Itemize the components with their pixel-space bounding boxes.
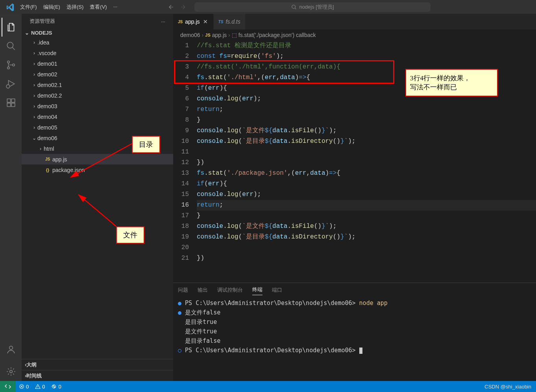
terminal-line: 是目录true <box>178 317 531 327</box>
svg-point-6 <box>9 346 13 349</box>
tree-file[interactable]: JSapp.js <box>22 154 173 165</box>
status-warnings[interactable]: 0 <box>32 384 48 390</box>
chevron-right-icon: › <box>228 32 230 38</box>
sidebar-title: 资源管理器 <box>30 18 55 25</box>
svg-point-10 <box>54 386 55 387</box>
terminal-line: ● PS C:\Users\Administrator\Desktop\node… <box>178 298 531 308</box>
status-errors[interactable]: 0 <box>16 384 32 390</box>
panel-tab-problems[interactable]: 问题 <box>178 285 188 295</box>
activity-settings-icon[interactable] <box>2 362 20 381</box>
panel-tab-terminal[interactable]: 终端 <box>252 285 262 295</box>
editor-tabs: JS app.js ✕ TS fs.d.ts <box>173 14 536 30</box>
panel-tab-ports[interactable]: 端口 <box>272 285 282 295</box>
tree-folder[interactable]: ›demo02.2 <box>22 90 173 101</box>
activity-debug-icon[interactable] <box>2 74 20 93</box>
annotation-comment: 3行4行一样的效果， 写法不一样而已 <box>405 69 498 96</box>
tree-item-label: demo02 <box>37 71 57 78</box>
sidebar: 资源管理器 ··· ⌄ NODEJS ›.idea›.vscode›demo01… <box>22 14 173 381</box>
terminal-line: 是目录false <box>178 336 531 346</box>
sidebar-outline[interactable]: › 大纲 <box>22 359 173 370</box>
tree-folder[interactable]: ›demo01 <box>22 58 173 69</box>
nav-back-icon[interactable] <box>168 4 174 10</box>
tree-folder[interactable]: ›.idea <box>22 37 173 48</box>
tab-fs-d-ts[interactable]: TS fs.d.ts <box>214 14 246 30</box>
tree-item-label: package.json <box>52 167 85 173</box>
chevron-right-icon: › <box>31 82 37 88</box>
tree-folder[interactable]: ›demo03 <box>22 101 173 111</box>
chevron-right-icon: › <box>31 125 37 130</box>
vscode-logo-icon <box>3 3 17 11</box>
activity-search-icon[interactable] <box>2 37 20 55</box>
tree-item-label: app.js <box>52 156 67 163</box>
tree-item-label: .vscode <box>37 50 56 56</box>
tree-item-label: demo06 <box>37 135 57 141</box>
tab-app-js[interactable]: JS app.js ✕ <box>173 14 214 30</box>
chevron-right-icon: › <box>31 50 37 56</box>
tree-folder[interactable]: ›demo02.1 <box>22 80 173 90</box>
bottom-panel: 问题 输出 调试控制台 终端 端口 ● PS C:\Users\Administ… <box>173 283 536 381</box>
svg-point-0 <box>292 5 296 8</box>
js-icon: JS <box>178 20 183 24</box>
svg-point-3 <box>7 67 9 69</box>
tree-item-label: demo02.1 <box>37 82 62 88</box>
js-icon: JS <box>44 157 52 161</box>
menu-select[interactable]: 选择(S) <box>63 1 87 13</box>
breadcrumb[interactable]: demo06 › JS app.js › ⬚ fs.stat('./packag… <box>173 30 536 41</box>
nav-forward-icon[interactable] <box>180 4 187 10</box>
watermark: CSDN @shi_xiaobin <box>484 384 536 390</box>
command-center[interactable]: nodejs [管理员] <box>194 2 431 12</box>
menu-more[interactable]: ··· <box>110 1 121 13</box>
tree-folder[interactable]: ›demo05 <box>22 122 173 133</box>
chevron-down-icon: ⌄ <box>31 135 37 141</box>
svg-point-5 <box>6 85 10 88</box>
menu-edit[interactable]: 编辑(E) <box>40 1 63 13</box>
ts-icon: TS <box>218 20 224 24</box>
panel-tab-output[interactable]: 输出 <box>198 285 208 295</box>
tree-item-label: demo02.2 <box>37 92 62 99</box>
panel-tabs: 问题 输出 调试控制台 终端 端口 <box>173 283 536 297</box>
chevron-right-icon: › <box>31 114 37 120</box>
panel-tab-debug[interactable]: 调试控制台 <box>217 285 243 295</box>
menu-file[interactable]: 文件(F) <box>17 1 40 13</box>
svg-point-1 <box>7 42 13 48</box>
file-tree: ›.idea›.vscode›demo01›demo02›demo02.1›de… <box>22 37 173 359</box>
tab-label: fs.d.ts <box>225 18 240 25</box>
tree-item-label: demo05 <box>37 124 57 131</box>
terminal-line: ○ PS C:\Users\Administrator\Desktop\node… <box>178 346 531 355</box>
chevron-right-icon: › <box>31 40 37 45</box>
activity-explorer-icon[interactable] <box>2 18 20 37</box>
sidebar-project-header[interactable]: ⌄ NODEJS <box>22 29 173 37</box>
chevron-right-icon: › <box>31 93 37 98</box>
svg-point-2 <box>7 61 9 63</box>
terminal-line: ● 是文件false <box>178 308 531 317</box>
close-icon[interactable]: ✕ <box>202 18 209 26</box>
sidebar-more-icon[interactable]: ··· <box>161 18 165 24</box>
method-icon: ⬚ <box>232 32 237 38</box>
titlebar: 文件(F) 编辑(E) 选择(S) 查看(V) ··· nodejs [管理员] <box>0 0 536 14</box>
activity-bar <box>0 14 22 381</box>
chevron-right-icon: › <box>202 32 204 38</box>
tree-item-label: html <box>44 146 54 152</box>
tab-label: app.js <box>185 18 200 25</box>
tree-folder[interactable]: ›demo04 <box>22 111 173 122</box>
remote-button[interactable] <box>0 381 16 392</box>
terminal-content[interactable]: ● PS C:\Users\Administrator\Desktop\node… <box>173 297 536 381</box>
chevron-right-icon: › <box>37 146 44 152</box>
terminal-line: 是文件true <box>178 327 531 336</box>
sidebar-timeline[interactable]: › 时间线 <box>22 370 173 381</box>
tree-item-label: .idea <box>37 39 49 46</box>
json-icon: {} <box>44 168 52 172</box>
tree-folder[interactable]: ›.vscode <box>22 48 173 58</box>
js-icon: JS <box>205 33 210 37</box>
tree-item-label: demo03 <box>37 103 57 109</box>
tree-file[interactable]: {}package.json <box>22 165 173 175</box>
tree-folder[interactable]: ›demo02 <box>22 69 173 80</box>
status-bar: 0 0 0 CSDN @shi_xiaobin <box>0 381 536 392</box>
menu-view[interactable]: 查看(V) <box>87 1 110 13</box>
activity-extensions-icon[interactable] <box>2 93 20 112</box>
activity-scm-icon[interactable] <box>2 55 20 74</box>
status-ports[interactable]: 0 <box>48 384 64 390</box>
activity-account-icon[interactable] <box>2 340 20 359</box>
search-text: nodejs [管理员] <box>299 4 334 11</box>
svg-point-4 <box>12 64 14 66</box>
